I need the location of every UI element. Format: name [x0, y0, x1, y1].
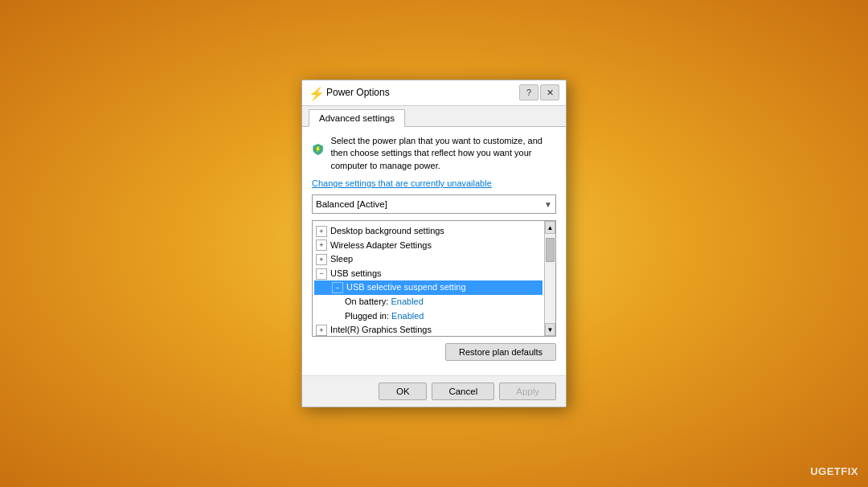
- power-options-dialog: ⚡ Power Options ? ✕ Advanced settings Se…: [301, 80, 567, 407]
- help-button[interactable]: ?: [519, 84, 538, 100]
- expand-intel[interactable]: +: [316, 325, 327, 336]
- settings-tree[interactable]: + Desktop background settings + Wireless…: [312, 220, 556, 337]
- scroll-up-btn[interactable]: ▲: [545, 221, 555, 234]
- expand-sleep[interactable]: +: [316, 254, 327, 265]
- info-text: Select the power plan that you want to c…: [330, 135, 556, 172]
- intel-label: Intel(R) Graphics Settings: [330, 323, 432, 337]
- tree-content: + Desktop background settings + Wireless…: [313, 221, 555, 337]
- dialog-icon: ⚡: [309, 86, 321, 99]
- dialog-body: Select the power plan that you want to c…: [302, 127, 566, 375]
- power-shield-icon: [312, 135, 324, 164]
- tree-item-wireless[interactable]: + Wireless Adapter Settings: [314, 239, 542, 253]
- dialog-title: Power Options: [326, 87, 390, 98]
- tree-item-usb[interactable]: − USB settings: [314, 267, 542, 281]
- usb-suspend-label: USB selective suspend setting: [346, 280, 466, 295]
- plan-dropdown[interactable]: Balanced [Active] ▼: [312, 194, 556, 214]
- restore-plan-defaults-button[interactable]: Restore plan defaults: [445, 343, 556, 361]
- title-buttons: ? ✕: [519, 84, 559, 100]
- usb-label: USB settings: [330, 267, 382, 281]
- sleep-label: Sleep: [330, 252, 353, 267]
- on-battery-value: Enabled: [391, 297, 423, 306]
- apply-button[interactable]: Apply: [499, 383, 556, 400]
- bottom-buttons: OK Cancel Apply: [302, 375, 566, 407]
- expand-usb[interactable]: −: [316, 268, 327, 280]
- cancel-button[interactable]: Cancel: [432, 383, 494, 400]
- close-button[interactable]: ✕: [540, 84, 559, 100]
- expand-desktop-bg[interactable]: +: [316, 226, 327, 237]
- plan-dropdown-row: Balanced [Active] ▼: [312, 194, 556, 214]
- plan-dropdown-value: Balanced [Active]: [316, 199, 387, 209]
- plugged-in-row: Plugged in: Enabled: [314, 309, 542, 324]
- advanced-settings-tab[interactable]: Advanced settings: [309, 109, 405, 127]
- dropdown-arrow-icon: ▼: [544, 200, 552, 209]
- change-settings-link[interactable]: Change settings that are currently unava…: [312, 178, 556, 188]
- usb-suspend-wrapper: − USB selective suspend setting ★: [314, 280, 542, 295]
- expand-wireless[interactable]: +: [316, 239, 327, 251]
- info-section: Select the power plan that you want to c…: [312, 135, 556, 172]
- on-battery-row: On battery: Enabled: [314, 295, 542, 309]
- scroll-thumb[interactable]: [546, 238, 555, 262]
- title-bar-left: ⚡ Power Options: [309, 86, 390, 99]
- restore-row: Restore plan defaults: [312, 343, 556, 361]
- tree-scrollbar[interactable]: ▲ ▼: [544, 221, 555, 336]
- wireless-label: Wireless Adapter Settings: [330, 239, 432, 253]
- tree-item-sleep[interactable]: + Sleep: [314, 252, 542, 267]
- desktop-bg-label: Desktop background settings: [330, 224, 444, 239]
- scroll-track: [545, 234, 555, 323]
- title-bar: ⚡ Power Options ? ✕: [302, 80, 566, 106]
- plugged-in-value: Enabled: [391, 311, 424, 321]
- ok-button[interactable]: OK: [379, 383, 427, 400]
- tree-item-desktop-bg[interactable]: + Desktop background settings: [314, 224, 542, 239]
- expand-usb-suspend[interactable]: −: [332, 282, 343, 293]
- scroll-down-btn[interactable]: ▼: [545, 323, 555, 336]
- tree-item-usb-suspend[interactable]: − USB selective suspend setting: [314, 280, 542, 295]
- watermark: UGETFIX: [810, 465, 858, 477]
- tab-bar: Advanced settings: [302, 106, 566, 127]
- tree-item-intel[interactable]: + Intel(R) Graphics Settings: [314, 323, 542, 337]
